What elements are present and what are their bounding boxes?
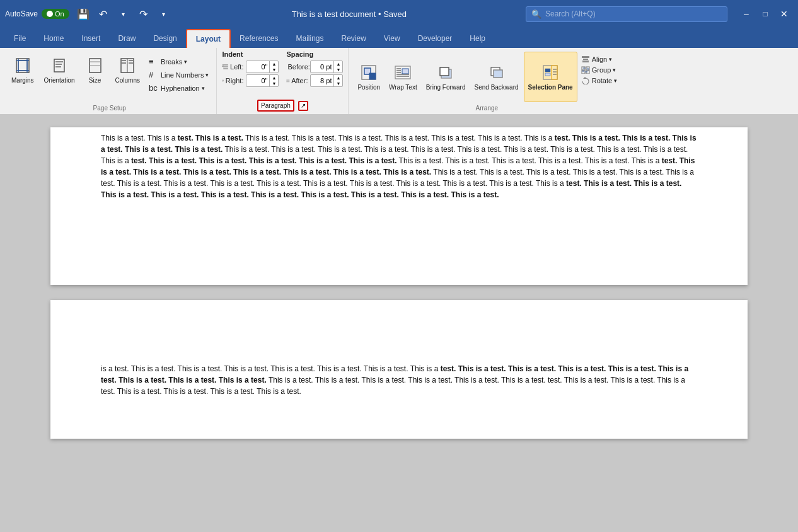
- indent-left-value[interactable]: [246, 62, 269, 71]
- page-setup-small-col: ≡ Breaks ▾ # Line Numbers ▾ bc Hyphenati…: [146, 53, 211, 94]
- tab-design[interactable]: Design: [144, 29, 185, 48]
- spacing-before-up[interactable]: ▲: [334, 61, 342, 67]
- orientation-button[interactable]: Orientation: [40, 53, 79, 87]
- close-icon[interactable]: ✕: [775, 5, 793, 23]
- spacing-before-input[interactable]: ▲ ▼: [310, 61, 343, 73]
- spacing-after-up[interactable]: ▲: [334, 75, 342, 81]
- spacing-before-row: Before: ▲ ▼: [286, 61, 343, 73]
- group-button[interactable]: Group ▾: [579, 65, 620, 75]
- minimize-icon[interactable]: –: [737, 5, 755, 23]
- bring-forward-icon: [436, 62, 456, 83]
- autosave-state: On: [55, 10, 64, 18]
- page-setup-content: Margins Orientation: [8, 50, 211, 102]
- tab-draw[interactable]: Draw: [109, 29, 144, 48]
- rotate-button[interactable]: Rotate ▾: [579, 76, 620, 86]
- title-bar-icons: 💾 ↶ ▾ ↷ ▾: [74, 5, 173, 23]
- spacing-before-spinner[interactable]: ▲ ▼: [333, 61, 342, 72]
- tab-layout[interactable]: Layout: [186, 29, 231, 48]
- search-bar[interactable]: 🔍: [526, 6, 727, 22]
- indent-left-down[interactable]: ▼: [270, 67, 278, 72]
- indent-left-input[interactable]: ▲ ▼: [246, 61, 279, 73]
- indent-right-down[interactable]: ▼: [270, 81, 278, 86]
- spacing-after-spinner[interactable]: ▲ ▼: [333, 75, 342, 86]
- indent-spacing-group: Indent Left: ▲: [217, 48, 349, 114]
- svg-rect-50: [545, 73, 550, 76]
- tab-home[interactable]: Home: [35, 29, 72, 48]
- paragraph-label-box[interactable]: Paragraph: [257, 100, 294, 112]
- svg-rect-37: [402, 69, 408, 74]
- page-1: This is a test. This is a test. This is …: [50, 127, 748, 285]
- svg-rect-8: [55, 64, 62, 65]
- spacing-after-icon: [286, 77, 290, 84]
- customize-icon[interactable]: ▾: [155, 5, 173, 23]
- tab-file[interactable]: File: [5, 29, 35, 48]
- doc-area: This is a test. This is a test. This is …: [0, 115, 798, 532]
- indent-right-input[interactable]: ▲ ▼: [246, 74, 279, 87]
- margins-label: Margins: [11, 77, 34, 84]
- page-1-content[interactable]: This is a test. This is a test. This is …: [50, 127, 748, 213]
- undo-icon[interactable]: ↶: [95, 5, 112, 23]
- title-bar: AutoSave On 💾 ↶ ▾ ↷ ▾ This is a test doc…: [0, 0, 798, 28]
- arrange-content: Position Wrap Text: [354, 50, 620, 102]
- align-group-rotate-col: Align ▾ Group ▾: [579, 52, 620, 102]
- spacing-after-input[interactable]: ▲ ▼: [310, 74, 343, 87]
- spacing-after-value[interactable]: [311, 76, 333, 85]
- line-numbers-icon: #: [149, 70, 159, 79]
- align-icon: [581, 55, 590, 63]
- indent-left-up[interactable]: ▲: [270, 61, 278, 67]
- wrap-text-button[interactable]: Wrap Text: [385, 52, 421, 102]
- indent-label: Indent: [222, 50, 279, 58]
- line-numbers-button[interactable]: # Line Numbers ▾: [146, 69, 211, 81]
- tab-help[interactable]: Help: [461, 29, 494, 48]
- align-chevron: ▾: [609, 56, 612, 62]
- selection-pane-button[interactable]: Selection Pane: [524, 52, 577, 102]
- breaks-button[interactable]: ≡ Breaks ▾: [146, 55, 211, 67]
- page-2-content[interactable]: is a test. This is a test. This is a tes…: [50, 300, 748, 410]
- toggle-dot: [47, 11, 53, 17]
- bring-forward-button[interactable]: Bring Forward: [422, 52, 470, 102]
- svg-rect-55: [583, 59, 588, 60]
- save-icon[interactable]: 💾: [74, 5, 92, 23]
- indent-right-spinner[interactable]: ▲ ▼: [269, 75, 278, 86]
- page-2: is a test. This is a test. This is a tes…: [50, 300, 748, 439]
- align-label: Align: [592, 55, 607, 63]
- position-label: Position: [357, 84, 380, 91]
- tab-developer[interactable]: Developer: [409, 29, 461, 48]
- size-button[interactable]: Size: [81, 53, 109, 87]
- tab-review[interactable]: Review: [332, 29, 374, 48]
- align-button[interactable]: Align ▾: [579, 54, 620, 64]
- indent-right-up[interactable]: ▲: [270, 75, 278, 81]
- redo-icon[interactable]: ↷: [135, 5, 153, 23]
- tab-insert[interactable]: Insert: [72, 29, 109, 48]
- send-backward-label: Send Backward: [475, 84, 519, 91]
- indent-right-label-text: Right:: [226, 77, 244, 84]
- columns-icon: [117, 55, 137, 76]
- undo-dropdown-icon[interactable]: ▾: [115, 5, 132, 23]
- margins-button[interactable]: Margins: [8, 53, 38, 87]
- spacing-before-down[interactable]: ▼: [334, 67, 342, 72]
- hyphenation-label: Hyphenation: [161, 84, 200, 92]
- breaks-chevron: ▾: [184, 59, 187, 65]
- hyphenation-button[interactable]: bc Hyphenation ▾: [146, 82, 211, 94]
- paragraph-expand-button[interactable]: ↗: [298, 101, 308, 111]
- arrange-group: Position Wrap Text: [349, 48, 625, 114]
- position-button[interactable]: Position: [354, 52, 384, 102]
- indent-spacing-row: Indent Left: ▲: [222, 50, 343, 87]
- columns-button[interactable]: Columns: [112, 53, 144, 87]
- svg-rect-59: [582, 71, 585, 74]
- tab-references[interactable]: References: [231, 29, 287, 48]
- autosave-toggle[interactable]: On: [42, 9, 69, 19]
- indent-left-spinner[interactable]: ▲ ▼: [269, 61, 278, 72]
- tab-mailings[interactable]: Mailings: [287, 29, 332, 48]
- indent-right-value[interactable]: [246, 76, 269, 85]
- spacing-after-down[interactable]: ▼: [334, 81, 342, 86]
- spacing-after-row: After: ▲ ▼: [286, 74, 343, 87]
- tab-view[interactable]: View: [375, 29, 409, 48]
- svg-marker-22: [223, 66, 224, 67]
- doc-title: This is a test document • Saved: [178, 9, 521, 19]
- search-input[interactable]: [545, 9, 722, 18]
- spacing-before-value[interactable]: [311, 62, 333, 71]
- maximize-icon[interactable]: □: [756, 5, 774, 23]
- ribbon-tabs: File Home Insert Draw Design Layout Refe…: [0, 28, 798, 48]
- send-backward-button[interactable]: Send Backward: [471, 52, 523, 102]
